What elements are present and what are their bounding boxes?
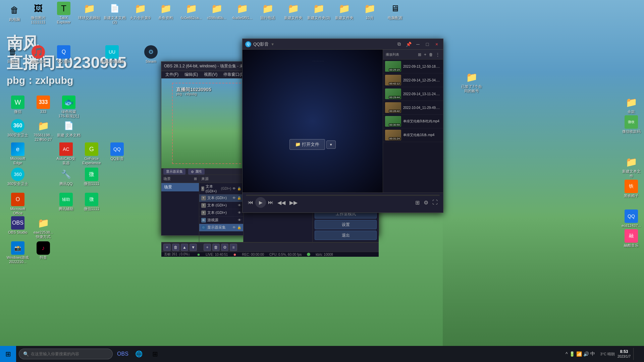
obs-down-scene-btn[interactable]: ▼ (190, 244, 197, 251)
qq-progress-bar[interactable] (246, 195, 440, 196)
desktop-icon-autocad[interactable]: AC AutoCAD安装器 (53, 142, 79, 165)
desktop-icon-right5[interactable]: QQ ecd12437... (619, 209, 644, 228)
tray-battery[interactable]: 🔋 (569, 351, 575, 357)
desktop-icon-green-trans[interactable]: 🐟 绿色传媒176-双现[元] (56, 96, 82, 118)
obs-source-4[interactable]: T 文本 (GDI+) 👁 (199, 209, 244, 217)
obs-display-capture-btn[interactable]: 显示器采集 (163, 169, 185, 175)
desktop-icon-photo-app[interactable]: 📸 Windows游戏2022210... (5, 241, 31, 264)
desktop-icon-wechat2[interactable]: 微 微信1111 (79, 168, 104, 186)
obs-source-5[interactable]: G 游戏源 👁 (199, 217, 244, 224)
desktop-icon-360-2[interactable]: 360 360安全卫士 (5, 168, 31, 186)
desktop-icon-folder7[interactable]: 📁 新建文件夹 (280, 2, 306, 24)
taskbar-app-taskview[interactable]: ⊞ (148, 347, 162, 361)
desktop-icon-right2[interactable]: 微收 微信收款码 (619, 115, 644, 134)
obs-add-source-btn[interactable]: + (204, 244, 211, 251)
qq-pin-btn[interactable]: 📌 (405, 41, 412, 48)
qq-playlist-delete-btn[interactable]: 🗑 (428, 52, 434, 58)
qq-vol-prev-btn[interactable]: ◀◀ (275, 199, 287, 206)
obs-source-visible-1[interactable]: 👁 (232, 187, 236, 190)
desktop-icon-right3[interactable]: 📁 新建文本文件 (619, 155, 644, 178)
obs-up-scene-btn[interactable]: ▲ (181, 244, 188, 251)
desktop-icon-folder3[interactable]: 📁 杀鱼资料 (153, 2, 178, 24)
desktop-icon-geforce[interactable]: G GeForceExperience (79, 142, 104, 165)
desktop-icon-right1[interactable]: 📁 余款 (619, 96, 644, 114)
obs-del-source-btn[interactable]: 🗑 (212, 244, 220, 251)
desktop-icon-phone[interactable]: 📁 固行电话 (255, 2, 280, 24)
playlist-item-2[interactable]: 00:42:12 2022-09-14_12-25-34.mp4 (383, 73, 443, 87)
desktop-icon-eac[interactable]: 📁 eae22538...快捷方式 (31, 216, 56, 239)
desktop-icon-tabx[interactable]: T TabXExplorer (51, 2, 76, 24)
obs-del-scene-btn[interactable]: 🗑 (172, 244, 179, 251)
desktop-icon-uu[interactable]: UU 内置UU加速器 (99, 45, 125, 64)
desktop-icon-folder9[interactable]: 📁 新建文件夹 (331, 2, 357, 24)
obs-menu-file[interactable]: 文件(F) (163, 71, 181, 78)
obs-filter-btn[interactable]: ≡ (230, 244, 237, 251)
qq-settings-btn[interactable]: ⚙ (422, 199, 430, 206)
desktop-icon-folder2[interactable]: 📁 火力全开第9 (127, 2, 153, 24)
obs-add-scene-btn[interactable]: + (163, 244, 171, 251)
desktop-icon-qq-music[interactable]: QQ QQ影音 (104, 142, 130, 165)
taskbar-search-box[interactable]: 🔍 (19, 349, 113, 359)
desktop-icon-folder1[interactable]: 📁 球球交易网站 (76, 2, 102, 24)
playlist-item-4[interactable]: 00:26:42 2022-10-04_11-29-49.mp4 (383, 101, 443, 115)
tray-network[interactable]: 📶 (576, 351, 582, 357)
obs-source-visible-2[interactable]: 👁 (232, 196, 236, 200)
obs-properties-btn[interactable]: ⚙ 属性 (188, 169, 205, 175)
playlist-item-5[interactable]: 00:30:59 单排艾伦格9杀吃鸡.mp4 (383, 115, 443, 128)
playlist-item-1[interactable]: 00:25:15 2022-09-13_12-50-18.mp4 (383, 60, 443, 73)
obs-menu-edit[interactable]: 编辑(E) (182, 71, 201, 78)
playlist-item-3[interactable]: 00:29:44 2022-09-14_13-11-24.mp4 (383, 87, 443, 101)
desktop-icon-doc1[interactable]: 📄 新建文本文档(2) (102, 2, 127, 24)
desktop-icon-right6[interactable]: 融 融酷音乐 (619, 229, 644, 248)
qq-playlist-more-btn[interactable]: ⋮ (435, 52, 440, 58)
obs-source-visible-6[interactable]: 👁 (232, 226, 236, 229)
obs-source-2[interactable]: T 文本 (GDI+) 👁 🔒 (199, 194, 244, 202)
desktop-icon-music1[interactable]: 🎵 酷狗音乐 (25, 45, 51, 64)
qq-minimize-btn[interactable]: ─ (414, 41, 422, 48)
desktop-icon-msedge[interactable]: e MicrosoftEdge (5, 142, 31, 165)
desktop-icon-signed[interactable]: 📁 已签了7个合同的账号 (459, 70, 484, 93)
qq-open-file-btn[interactable]: 📁 打开文件 (289, 139, 325, 150)
qq-playlist-grid-btn[interactable]: ⊞ (417, 52, 422, 58)
taskbar-app-obs[interactable]: OBS (115, 347, 130, 361)
obs-source-visible-4[interactable]: 👁 (238, 211, 241, 215)
desktop-icon-assist[interactable]: 辅助 腾讯辅助 (53, 193, 79, 216)
qq-open-dropdown-btn[interactable]: ▼ (326, 140, 336, 149)
desktop-icon-recycle2[interactable]: 🗑 回收站 (0, 45, 25, 64)
obs-source-3[interactable]: T 文本 (GDI+) 👁 (199, 202, 244, 209)
desktop-icon-folder8[interactable]: 📁 新建文件夹(3) (306, 2, 331, 24)
qq-playlist-add-btn[interactable]: + (423, 52, 427, 58)
obs-settings-btn[interactable]: 设置 (315, 220, 377, 229)
desktop-icon-obs[interactable]: OBS OBS Studio (5, 216, 31, 239)
qq-next-btn[interactable]: ⏭ (266, 199, 275, 206)
desktop-icon-tiktok[interactable]: ♪ 抖音 (31, 241, 56, 264)
qq-play-btn[interactable]: ▶ (255, 197, 266, 208)
obs-source-visible-3[interactable]: 👁 (238, 203, 241, 207)
qq-screenshot-btn[interactable]: ⊞ (413, 199, 422, 206)
obs-source-6[interactable]: □ 显示器采集 👁 🔒 (199, 224, 244, 231)
desktop-icon-music2[interactable]: Q QQ音乐 (51, 45, 76, 64)
tray-keyboard[interactable]: 中 (590, 351, 595, 357)
desktop-icon-steam[interactable]: ⚙ Steam (138, 45, 164, 64)
tray-chevron[interactable]: ^ (566, 351, 568, 357)
qq-title-dropdown[interactable]: ▼ (271, 42, 274, 46)
desktop-icon-folder4[interactable]: 📁 6c0e862ca... (178, 2, 204, 24)
taskbar-notification-btn[interactable] (633, 348, 640, 360)
obs-props-btn[interactable]: ⚙ (221, 244, 228, 251)
qq-titlebar[interactable]: Q QQ影音 ▼ ⧉ 📌 ─ □ × (243, 39, 443, 50)
playlist-item-6[interactable]: 00:31:24 单排艾伦格16杀.mp4 (383, 128, 443, 142)
qq-maximize-btn[interactable]: □ (424, 41, 431, 48)
qq-close-btn[interactable]: × (433, 41, 440, 48)
desktop-icon-wechat[interactable]: W 微信 (5, 96, 31, 118)
qq-pip-btn[interactable]: ⧉ (395, 41, 403, 48)
qq-fullscreen-btn[interactable]: ⛶ (430, 199, 440, 206)
taskbar-app-ie[interactable]: 🌐 (131, 347, 146, 361)
desktop-icon-right4[interactable]: 铁 黑铁精子 (619, 180, 644, 198)
obs-exit-btn[interactable]: 退出 (315, 231, 377, 240)
desktop-icon-wechat3[interactable]: 微 微信1111 (79, 193, 104, 216)
desktop-icon-360[interactable]: 360 360安全卫士 (5, 119, 31, 142)
desktop-icon-folder6[interactable]: 📁 4ca9e0f91... (229, 2, 255, 24)
tray-sound[interactable]: 🔊 (583, 351, 589, 357)
obs-scene-1[interactable]: 场景 (161, 183, 199, 191)
desktop-icon-qq-helper[interactable]: 🔧 腾讯QQ (53, 168, 79, 186)
